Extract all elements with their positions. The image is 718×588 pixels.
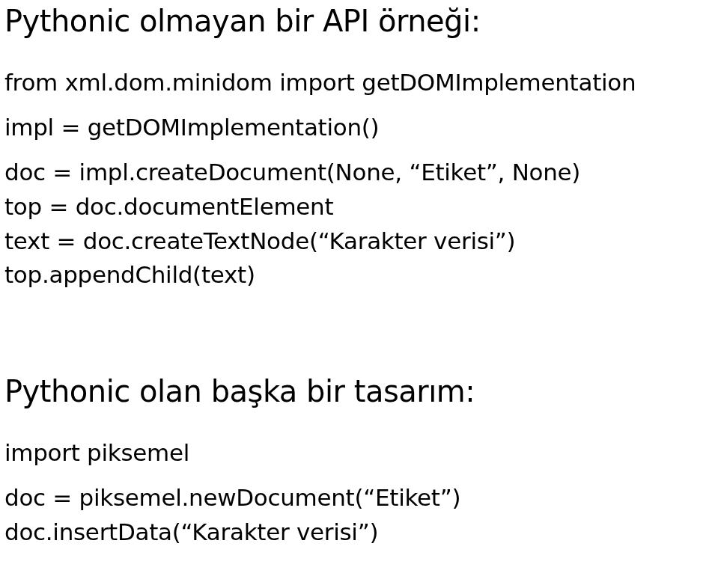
spacer — [4, 100, 714, 111]
section1-code-line4: top = doc.documentElement — [4, 190, 714, 224]
section1-code-line2: impl = getDOMImplementation() — [4, 111, 714, 145]
spacer — [4, 293, 714, 373]
section1-code-line1: from xml.dom.minidom import getDOMImplem… — [4, 66, 714, 100]
spacer — [4, 471, 714, 481]
spacer — [4, 145, 714, 156]
section1-code-line3: doc = impl.createDocument(None, “Etiket”… — [4, 156, 714, 190]
section2-code-line2: doc = piksemel.newDocument(“Etiket”) — [4, 481, 714, 515]
document-page: Pythonic olmayan bir API örneği: from xm… — [0, 0, 718, 550]
section2-code-line1: import piksemel — [4, 436, 714, 471]
section1-code-line5: text = doc.createTextNode(“Karakter veri… — [4, 224, 714, 259]
section2-heading: Pythonic olan başka bir tasarım: — [4, 373, 714, 409]
section1-heading: Pythonic olmayan bir API örneği: — [4, 3, 714, 39]
section1-code-line6: top.appendChild(text) — [4, 258, 714, 293]
section2-code-line3: doc.insertData(“Karakter verisi”) — [4, 515, 714, 550]
